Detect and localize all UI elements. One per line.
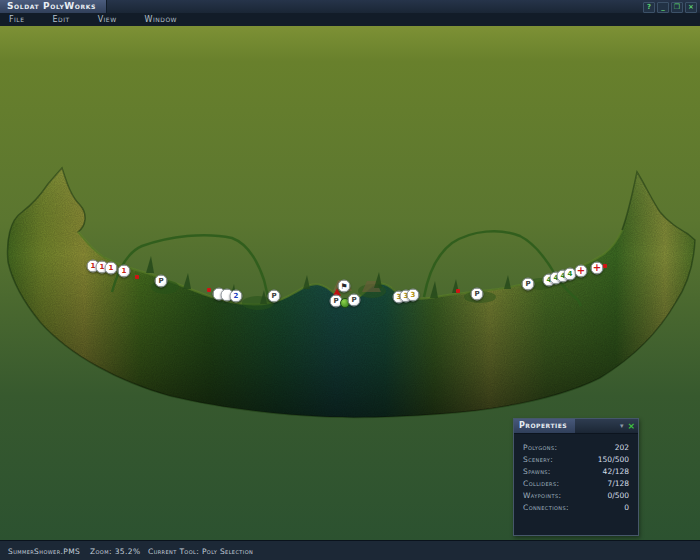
properties-panel-titlebar[interactable]: Properties ▾ × xyxy=(514,419,638,434)
map-marker-med[interactable]: + xyxy=(591,262,604,275)
map-marker-s2[interactable]: 2 xyxy=(230,290,243,303)
panel-collapse-button[interactable]: ▾ xyxy=(620,422,624,430)
map-marker-p[interactable]: P xyxy=(522,278,535,291)
statusbar: SummerShower.PMS Zoom: 35.2% Current Too… xyxy=(0,540,700,560)
map-marker-flag[interactable]: ⚑ xyxy=(338,280,351,293)
map-marker-dot[interactable] xyxy=(207,288,211,292)
map-marker-med[interactable]: + xyxy=(575,265,588,278)
property-row-connections: Connections: 0 xyxy=(523,502,629,514)
map-marker-p[interactable]: P xyxy=(471,288,484,301)
map-marker-s1[interactable]: 1 xyxy=(118,265,131,278)
panel-close-button[interactable]: × xyxy=(627,422,635,431)
menu-file[interactable]: File xyxy=(0,15,39,24)
polyworks-window: Soldat PolyWorks ? _ ❐ × File Edit View … xyxy=(0,0,700,560)
menu-view[interactable]: View xyxy=(84,15,131,24)
map-marker-p[interactable]: P xyxy=(268,290,281,303)
properties-panel-title: Properties xyxy=(514,419,575,433)
properties-rows: Polygons: 202 Scenery: 150/500 Spawns: 4… xyxy=(514,434,638,514)
minimize-button[interactable]: _ xyxy=(657,2,669,13)
property-row-scenery: Scenery: 150/500 xyxy=(523,454,629,466)
maximize-button[interactable]: ❐ xyxy=(671,2,683,13)
map-marker-dot[interactable] xyxy=(603,264,607,268)
map-marker-p[interactable]: P xyxy=(348,294,361,307)
status-filename: SummerShower.PMS xyxy=(8,547,90,556)
menu-window[interactable]: Window xyxy=(131,15,191,24)
map-marker-p[interactable]: P xyxy=(155,275,168,288)
status-current-tool: Current Tool: Poly Selection xyxy=(148,547,253,556)
status-zoom: Zoom: 35.2% xyxy=(90,547,148,556)
property-row-colliders: Colliders: 7/128 xyxy=(523,478,629,490)
properties-panel[interactable]: Properties ▾ × Polygons: 202 Scenery: 15… xyxy=(513,418,639,536)
menubar: File Edit View Window xyxy=(0,13,700,27)
property-row-spawns: Spawns: 42/128 xyxy=(523,466,629,478)
property-row-polygons: Polygons: 202 xyxy=(523,442,629,454)
map-marker-s1[interactable]: 1 xyxy=(105,262,118,275)
map-marker-dot[interactable] xyxy=(456,289,460,293)
property-row-waypoints: Waypoints: 0/500 xyxy=(523,490,629,502)
help-button[interactable]: ? xyxy=(643,2,655,13)
app-title: Soldat PolyWorks xyxy=(0,0,107,13)
map-marker-dot[interactable] xyxy=(135,275,139,279)
map-marker-s3[interactable]: 3 xyxy=(407,289,420,302)
titlebar: Soldat PolyWorks ? _ ❐ × xyxy=(0,0,700,13)
menu-edit[interactable]: Edit xyxy=(39,15,84,24)
window-controls: ? _ ❐ × xyxy=(643,2,697,13)
close-button[interactable]: × xyxy=(685,2,697,13)
